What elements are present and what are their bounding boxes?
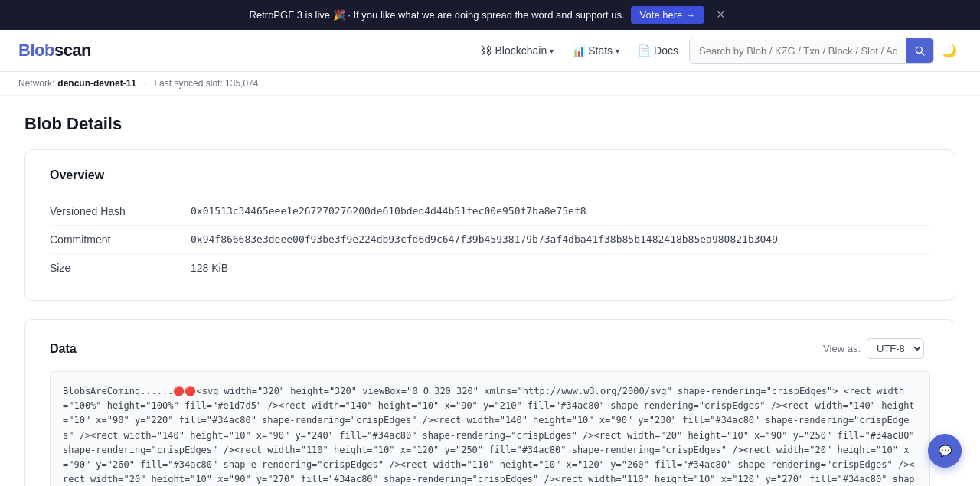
view-as-control: View as: UTF-8 HEX JSON (823, 338, 930, 359)
blockchain-label: Blockchain (495, 44, 547, 57)
blockchain-menu[interactable]: ⛓ Blockchain ▾ (473, 40, 561, 61)
commitment-label: Commitment (50, 233, 172, 246)
search-input[interactable] (690, 40, 906, 62)
logo-scan-text: scan (54, 41, 91, 60)
commitment-value: 0x94f866683e3deee00f93be3f9e224db93cfd6d… (191, 233, 778, 245)
data-section-title: Data (50, 342, 77, 356)
stats-icon: 📊 (572, 44, 585, 57)
search-button[interactable] (906, 38, 933, 63)
vote-button[interactable]: Vote here → (631, 6, 704, 24)
banner-close-button[interactable]: × (710, 7, 731, 23)
versioned-hash-label: Versioned Hash (50, 205, 172, 217)
search-icon (913, 44, 926, 57)
blockchain-icon: ⛓ (481, 44, 492, 57)
data-content: BlobsAreComing......🔴🔴<svg width="320" h… (50, 371, 930, 486)
separator: · (144, 78, 146, 89)
size-value: 128 KiB (191, 262, 228, 274)
top-banner: RetroPGF 3 is live 🎉 · If you like what … (0, 0, 980, 30)
versioned-hash-row: Versioned Hash 0x01513c34465eee1e2672702… (50, 197, 930, 226)
docs-menu[interactable]: 📄 Docs (630, 40, 686, 61)
page-title: Blob Details (24, 114, 956, 134)
main-content: Blob Details Overview Versioned Hash 0x0… (0, 96, 980, 486)
size-row: Size 128 KiB (50, 254, 930, 282)
logo[interactable]: Blobscan (18, 41, 91, 60)
theme-toggle-button[interactable]: 🌙 (937, 39, 962, 63)
docs-label: Docs (654, 44, 678, 57)
data-card: Data View as: UTF-8 HEX JSON BlobsAreCom… (24, 319, 956, 486)
view-as-label: View as: (823, 343, 861, 354)
network-label: Network: (18, 78, 54, 89)
versioned-hash-value: 0x01513c34465eee1e267270276200de610bded4… (191, 205, 586, 217)
view-as-select[interactable]: UTF-8 HEX JSON (867, 338, 924, 359)
docs-icon: 📄 (638, 44, 651, 57)
commitment-row: Commitment 0x94f866683e3deee00f93be3f9e2… (50, 226, 930, 254)
navbar-nav: ⛓ Blockchain ▾ 📊 Stats ▾ 📄 Docs 🌙 (473, 38, 962, 64)
stats-chevron-icon: ▾ (616, 47, 619, 55)
overview-card: Overview Versioned Hash 0x01513c34465eee… (24, 149, 956, 301)
search-bar (689, 38, 934, 64)
navbar: Blobscan ⛓ Blockchain ▾ 📊 Stats ▾ 📄 Docs… (0, 30, 980, 72)
chat-icon: 💬 (939, 445, 952, 457)
network-bar: Network: dencun-devnet-11 · Last synced … (0, 72, 980, 96)
network-name: dencun-devnet-11 (57, 78, 136, 89)
overview-section-title: Overview (50, 168, 930, 182)
size-label: Size (50, 262, 172, 274)
chat-bubble-button[interactable]: 💬 (928, 434, 962, 468)
last-synced: Last synced slot: 135,074 (154, 78, 258, 89)
stats-label: Stats (588, 44, 612, 57)
logo-blob-text: Blob (18, 41, 54, 60)
stats-menu[interactable]: 📊 Stats ▾ (564, 40, 627, 61)
blockchain-chevron-icon: ▾ (550, 47, 554, 55)
banner-message: RetroPGF 3 is live 🎉 · If you like what … (250, 9, 625, 21)
data-card-header: Data View as: UTF-8 HEX JSON (50, 338, 930, 359)
